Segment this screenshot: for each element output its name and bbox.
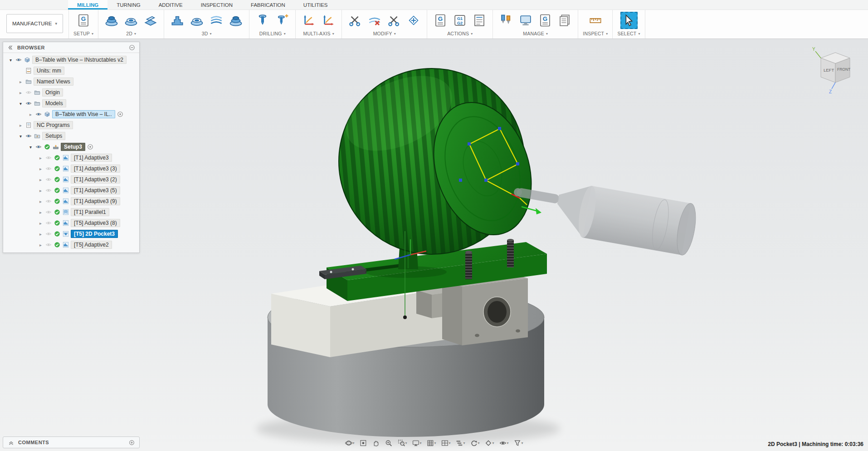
browser-item-label[interactable]: Units: mm — [34, 67, 64, 75]
browser-row[interactable]: ▸Named Views — [3, 76, 139, 87]
browser-row[interactable]: ▸[T5] Adaptive2 — [3, 239, 139, 250]
ribbon-group-label[interactable]: SETUP▾ — [73, 29, 93, 38]
grid-and-snaps-button[interactable]: ▾ — [424, 438, 438, 448]
selection-filter-button[interactable]: ▾ — [512, 438, 525, 448]
expand-arrow[interactable]: ▸ — [38, 232, 44, 237]
tab-fabrication[interactable]: FABRICATION — [242, 0, 294, 10]
expand-arrow[interactable]: ▸ — [18, 123, 24, 128]
tool-library-button[interactable] — [497, 12, 515, 29]
2d-adaptive-button[interactable] — [103, 12, 120, 29]
ribbon-group-label[interactable]: ACTIONS▾ — [447, 29, 473, 38]
pan-button[interactable] — [370, 438, 381, 448]
browser-item-label[interactable]: [T1] Adaptive3 (5) — [71, 186, 120, 194]
orbit-button[interactable]: ▾ — [343, 438, 356, 448]
expand-arrow[interactable]: ▸ — [18, 90, 24, 95]
multi-axis-contour-button[interactable] — [320, 12, 337, 29]
collapse-arrow[interactable]: ▾ — [18, 134, 24, 139]
visibility-button[interactable]: ▾ — [497, 438, 511, 448]
select-button[interactable] — [620, 12, 638, 29]
visibility-eye-icon[interactable] — [45, 176, 52, 183]
visibility-eye-icon[interactable] — [15, 56, 22, 63]
measure-button[interactable] — [587, 12, 604, 29]
browser-row[interactable]: ▸[T1] Parallel1 — [3, 207, 139, 218]
2d-pocket-button[interactable] — [122, 12, 140, 29]
edit-passes-button[interactable] — [405, 12, 422, 29]
swarf-button[interactable] — [300, 12, 317, 29]
browser-row[interactable]: ▸[T1] Adaptive3 (9) — [3, 196, 139, 207]
browser-item-label[interactable]: B–Table with Vise – IL.. — [52, 110, 115, 118]
visibility-eye-icon[interactable] — [45, 187, 52, 194]
turntable-button[interactable]: ▾ — [468, 438, 482, 448]
visibility-eye-icon[interactable] — [45, 219, 52, 227]
expand-arrow[interactable]: ▸ — [38, 221, 44, 226]
post-library-button[interactable]: G — [536, 12, 554, 29]
setup-sheet-button[interactable] — [471, 12, 488, 29]
drill-button[interactable] — [254, 12, 271, 29]
machine-library-button[interactable] — [517, 12, 534, 29]
ribbon-group-label[interactable]: 2D▾ — [126, 29, 136, 38]
ribbon-group-label[interactable]: DRILLING▾ — [259, 29, 286, 38]
ribbon-group-label[interactable]: MANAGE▾ — [523, 29, 548, 38]
browser-row[interactable]: ▸[T5] 2D Pocket3 — [3, 228, 139, 239]
visibility-eye-icon[interactable] — [25, 89, 32, 96]
look-at-button[interactable] — [357, 438, 369, 448]
visibility-eye-icon[interactable] — [45, 165, 52, 172]
browser-item-label[interactable]: [T5] Adaptive2 — [71, 241, 112, 249]
browser-row[interactable]: ▾B–Table with Vise – INstructables v2 — [3, 54, 139, 65]
browser-row[interactable]: ▸B–Table with Vise – IL.. — [3, 109, 139, 120]
expand-arrow[interactable]: ▸ — [38, 188, 44, 193]
thread-button[interactable] — [273, 12, 291, 29]
effects-button[interactable]: ▾ — [483, 438, 496, 448]
visibility-eye-icon[interactable] — [45, 154, 52, 161]
tab-milling[interactable]: MILLING — [68, 0, 107, 10]
visibility-eye-icon[interactable] — [25, 100, 32, 107]
browser-item-label[interactable]: [T5] Adaptive3 (8) — [71, 219, 120, 227]
visibility-eye-icon[interactable] — [45, 209, 52, 216]
browser-row[interactable]: ▾Setups — [3, 131, 139, 141]
pocket-clearing-button[interactable] — [188, 12, 205, 29]
browser-item-label[interactable]: [T1] Adaptive3 — [71, 154, 112, 162]
machined-knob[interactable] — [334, 61, 547, 254]
tab-utilities[interactable]: UTILITIES — [294, 0, 337, 10]
expand-arrow[interactable]: ▸ — [38, 166, 44, 171]
face-button[interactable] — [142, 12, 159, 29]
browser-row[interactable]: Units: mm — [3, 65, 139, 76]
scallop-button[interactable] — [227, 12, 244, 29]
browser-item-label[interactable]: Models — [42, 99, 66, 107]
viewport[interactable]: Y LEFT FRONT Z BROWSER ▾B–Table with Vis… — [0, 39, 868, 451]
browser-row[interactable]: ▸[T1] Adaptive3 — [3, 152, 139, 163]
browser-row[interactable]: ▸[T5] Adaptive3 (8) — [3, 218, 139, 228]
ribbon-group-label[interactable]: MULTI-AXIS▾ — [303, 29, 334, 38]
expand-arrow[interactable]: ▸ — [38, 177, 44, 182]
comments-bar[interactable]: COMMENTS — [3, 436, 140, 448]
generate-gcode-button[interactable]: G1G2 — [451, 12, 468, 29]
browser-item-label[interactable]: NC Programs — [34, 121, 73, 129]
viewports-button[interactable]: ▾ — [439, 438, 452, 448]
collapse-all-icon[interactable] — [128, 44, 136, 51]
ribbon-group-label[interactable]: MODIFY▾ — [373, 29, 396, 38]
visibility-eye-icon[interactable] — [45, 241, 52, 248]
adaptive-clearing-button[interactable] — [169, 12, 186, 29]
browser-row[interactable]: ▸[T1] Adaptive3 (2) — [3, 174, 139, 185]
expand-arrow[interactable]: ▸ — [38, 155, 44, 160]
trim-toolpath-button[interactable] — [346, 12, 364, 29]
expand-comments-icon[interactable] — [7, 439, 15, 446]
zoom-button[interactable] — [383, 438, 394, 448]
browser-item-label[interactable]: Named Views — [34, 78, 73, 86]
ribbon-group-label[interactable]: 3D▾ — [202, 29, 212, 38]
browser-item-label[interactable]: B–Table with Vise – INstructables v2 — [32, 56, 127, 64]
collapse-browser-icon[interactable] — [7, 44, 14, 51]
expand-arrow[interactable]: ▸ — [28, 112, 34, 117]
ribbon-group-label[interactable]: INSPECT▾ — [583, 29, 608, 38]
browser-row[interactable]: ▸[T1] Adaptive3 (3) — [3, 163, 139, 174]
tab-turning[interactable]: TURNING — [107, 0, 149, 10]
workspace-switcher[interactable]: MANUFACTURE ▾ — [6, 14, 63, 33]
visibility-eye-icon[interactable] — [45, 198, 52, 205]
new-setup-button[interactable]: G — [75, 12, 92, 29]
visibility-eye-icon[interactable] — [35, 143, 42, 150]
browser-item-label[interactable]: Setup3 — [61, 143, 85, 151]
browser-row[interactable]: ▸NC Programs — [3, 120, 139, 131]
expand-arrow[interactable]: ▸ — [18, 79, 24, 84]
browser-row[interactable]: ▸[T1] Adaptive3 (5) — [3, 185, 139, 196]
action-sets-button[interactable]: ▾ — [454, 438, 467, 448]
